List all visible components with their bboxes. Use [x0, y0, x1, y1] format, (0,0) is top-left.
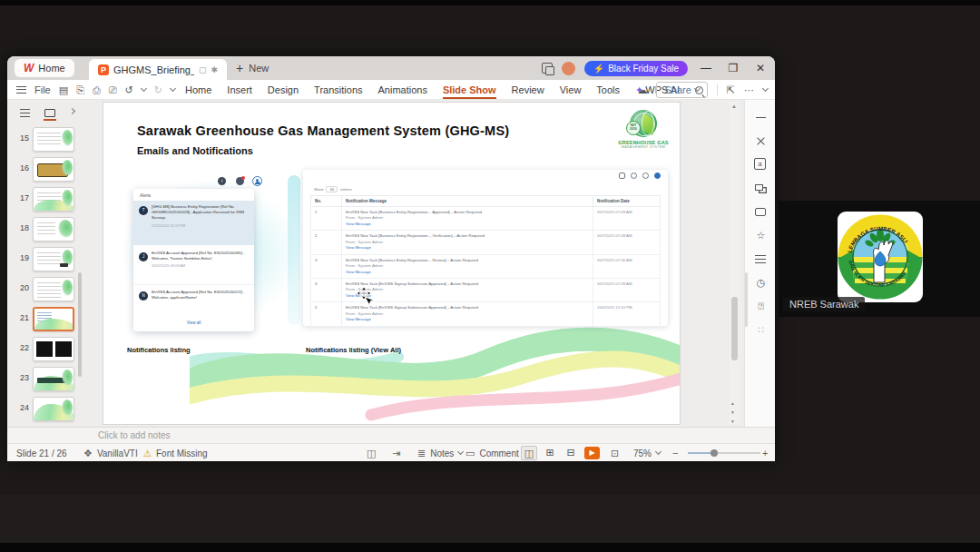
previous-slide-button[interactable]: ▴: [731, 401, 734, 407]
slide-sorter-view-button[interactable]: ⊞: [542, 446, 558, 460]
account-avatar[interactable]: [562, 62, 575, 75]
undo-dropdown-icon[interactable]: [141, 85, 147, 92]
minimize-button[interactable]: —: [697, 62, 715, 74]
settings-sliders-icon[interactable]: [754, 252, 768, 266]
help-icon: [631, 172, 637, 179]
notifications-table: No. Notification Message Notification Da…: [310, 195, 661, 327]
nreb-sarawak-logo: LEMBAGA SUMBER ASLI DAN ALAM SEKITAR SAR…: [838, 212, 923, 302]
scrollbar-thumb[interactable]: [731, 297, 738, 360]
more-options-icon[interactable]: ⋯: [744, 84, 754, 96]
slide-view-icon[interactable]: [44, 109, 55, 117]
unsaved-indicator-icon: ✱: [211, 65, 218, 74]
slide-thumbnail-24[interactable]: [33, 397, 74, 421]
hamburger-icon[interactable]: [16, 86, 26, 94]
notes-input[interactable]: Click to add notes: [7, 427, 775, 443]
zoom-level[interactable]: 75%: [633, 444, 661, 461]
tab-slide-show[interactable]: Slide Show: [443, 84, 496, 95]
tab-tools[interactable]: Tools: [596, 84, 620, 95]
save-icon[interactable]: ▤: [59, 84, 68, 96]
black-friday-sale-button[interactable]: ⚡ Black Friday Sale: [584, 61, 688, 76]
zoom-slider-handle[interactable]: [710, 449, 718, 457]
slide-thumbnail-17[interactable]: [33, 187, 74, 212]
document-tab[interactable]: P GHGMS_Briefing_v1.pptx ▢ ✱: [89, 59, 227, 80]
shapes-objects-icon[interactable]: [754, 182, 768, 195]
slide-number: 15: [11, 133, 29, 143]
scroll-down-icon[interactable]: ▾: [731, 419, 734, 425]
slide-number: 19: [11, 253, 29, 262]
tab-home-ribbon[interactable]: Home: [185, 84, 211, 95]
slide-subtitle: Emails and Notifications: [137, 145, 253, 156]
slide-thumbnail-16[interactable]: [33, 157, 74, 182]
task-window-icon[interactable]: ⇱: [727, 84, 735, 96]
theme-indicator[interactable]: ❖ VanillaVTI: [83, 444, 138, 461]
caption-notifications-listing: Notifications listing: [127, 346, 191, 354]
cloud-sync-icon[interactable]: ☁: [637, 84, 647, 96]
slide-thumbnail-19[interactable]: [33, 247, 74, 271]
slide-thumbnail-20[interactable]: [33, 277, 74, 301]
zoom-slider[interactable]: [688, 444, 760, 461]
outline-view-icon[interactable]: [20, 109, 30, 117]
zoom-out-button[interactable]: −: [672, 444, 678, 461]
notes-icon: ≣: [417, 448, 426, 459]
print-preview-icon[interactable]: ⎚: [109, 84, 117, 96]
tab-transitions[interactable]: Transitions: [314, 84, 362, 95]
slide-thumbnail-18[interactable]: [33, 217, 74, 242]
comment-icon: ▭: [466, 448, 475, 459]
slide-thumbnail-15[interactable]: [33, 127, 74, 152]
tab-preview-icon[interactable]: ▢: [199, 65, 207, 74]
slideshow-play-button[interactable]: ▶: [584, 447, 600, 459]
thumbnail-scrollbar[interactable]: [78, 272, 82, 377]
info-icon: i: [218, 177, 226, 185]
slide-thumbnail-21-selected[interactable]: [33, 307, 74, 331]
wps-presentation-window: W Home P GHGMS_Briefing_v1.pptx ▢ ✱ + Ne…: [7, 56, 775, 461]
alert-item: N EnVISS Account Approved [Ref No. ES/20…: [133, 286, 254, 319]
normal-view-button[interactable]: ◫: [521, 446, 537, 460]
tab-review[interactable]: Review: [512, 84, 544, 95]
redo-icon[interactable]: ↻: [154, 84, 162, 96]
video-participant-tile[interactable]: LEMBAGA SUMBER ASLI DAN ALAM SEKITAR SAR…: [779, 201, 980, 317]
new-tab-button[interactable]: + New: [236, 56, 269, 80]
close-button[interactable]: ✕: [751, 62, 769, 74]
slide-thumbnail-23[interactable]: [33, 367, 74, 391]
design-style-icon[interactable]: a: [754, 158, 766, 170]
tab-view[interactable]: View: [560, 84, 582, 95]
comment-button[interactable]: ▭ Comment: [466, 444, 519, 461]
dock-scrollbar[interactable]: [745, 272, 748, 327]
new-tab-label: New: [249, 63, 269, 74]
reading-view-button[interactable]: ⊟: [563, 446, 579, 460]
scroll-up-icon[interactable]: ▲: [731, 104, 737, 109]
comment-pane-icon[interactable]: [754, 205, 768, 219]
quick-tools-icon[interactable]: [754, 134, 768, 148]
fit-window-icon[interactable]: ⊡: [611, 444, 619, 461]
share-button[interactable]: Share: [656, 82, 707, 98]
home-tab[interactable]: W Home: [15, 59, 74, 77]
side-pane-icon[interactable]: ⇥: [392, 444, 400, 461]
restore-button[interactable]: ❐: [724, 62, 742, 74]
export-icon[interactable]: ⎘: [76, 84, 84, 96]
help-circle-icon[interactable]: ⍰: [754, 300, 768, 313]
bell-icon: [642, 172, 649, 179]
collapse-pane-icon[interactable]: [754, 111, 768, 124]
slide-thumbnail-22[interactable]: [33, 337, 74, 361]
font-missing-warning[interactable]: ⚠ Font Missing: [143, 444, 208, 461]
slide-scrollbar[interactable]: ▲ ▴ ▾ ▾: [730, 102, 740, 425]
panel-toggle-icon[interactable]: ◫: [367, 444, 376, 461]
favorites-star-icon[interactable]: ☆: [754, 229, 768, 242]
tab-animations[interactable]: Animations: [378, 84, 427, 95]
file-menu[interactable]: File: [34, 84, 51, 95]
history-clock-icon[interactable]: ◷: [754, 276, 768, 290]
print-icon[interactable]: ⎙: [93, 84, 101, 96]
window-stack-icon[interactable]: [542, 63, 553, 74]
apps-grid-icon[interactable]: ∷: [754, 323, 768, 337]
zoom-in-button[interactable]: +: [762, 444, 768, 461]
notes-toggle[interactable]: ≣ Notes: [417, 444, 463, 461]
tab-design[interactable]: Design: [268, 84, 299, 95]
bell-notification-icon: [236, 177, 244, 185]
collapse-ribbon-icon[interactable]: [762, 85, 769, 92]
undo-icon[interactable]: ↺: [125, 84, 133, 96]
collapse-panel-icon[interactable]: [69, 108, 75, 114]
tab-insert[interactable]: Insert: [227, 84, 252, 95]
slide-canvas[interactable]: Sarawak Greenhouse Gas Management System…: [103, 102, 681, 425]
more-dropdown-icon[interactable]: [170, 85, 176, 92]
next-slide-button[interactable]: ▾: [731, 410, 734, 416]
